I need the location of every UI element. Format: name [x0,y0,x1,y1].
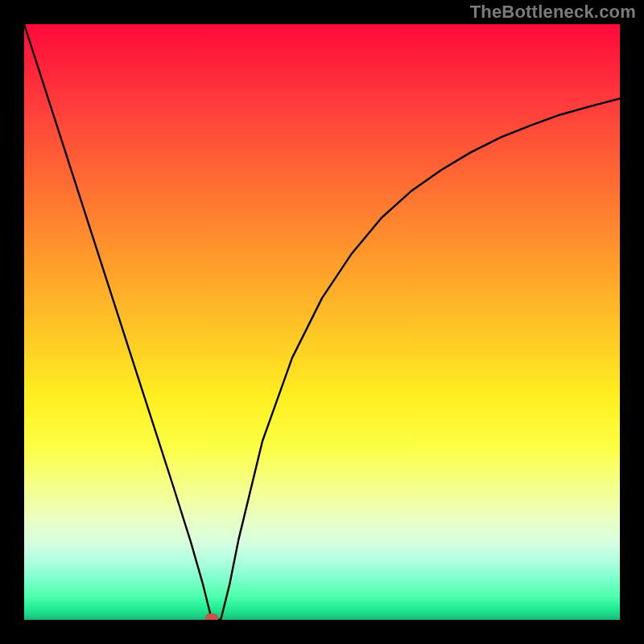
curve-path [24,24,620,620]
bottleneck-curve [24,24,620,620]
plot-area [24,24,620,620]
chart-frame: TheBottleneck.com [0,0,644,644]
optimum-marker [205,613,218,620]
watermark-text: TheBottleneck.com [470,2,636,23]
